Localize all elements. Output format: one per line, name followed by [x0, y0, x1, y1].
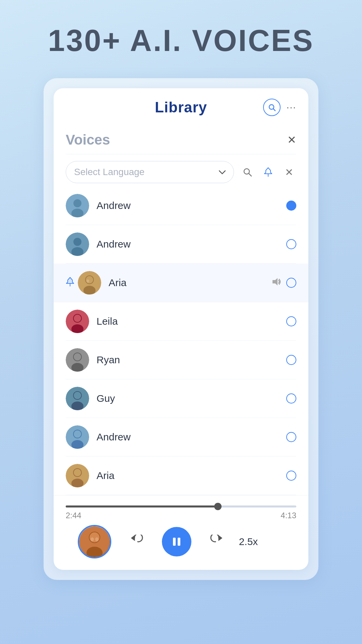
forward-button[interactable] [208, 535, 222, 549]
svg-point-25 [74, 353, 81, 361]
avatar-aria-2 [66, 464, 89, 487]
language-select-dropdown[interactable]: Select Language [66, 161, 234, 183]
svg-point-33 [74, 430, 81, 438]
pin-indicator-icon [66, 277, 74, 289]
voice-item-8[interactable]: Aria [66, 457, 296, 495]
radio-selected-1 [286, 201, 296, 211]
svg-point-43 [95, 537, 99, 541]
library-title: Library [155, 99, 207, 116]
svg-line-1 [273, 109, 275, 111]
library-header: Library ··· [54, 88, 308, 125]
avatar-ryan [66, 348, 89, 372]
close-voices-button[interactable]: ✕ [287, 133, 296, 146]
svg-point-37 [74, 469, 81, 476]
svg-rect-45 [173, 538, 176, 546]
voice-item-1[interactable]: Andrew [66, 186, 296, 225]
speed-label[interactable]: 2.5x [239, 536, 258, 547]
radio-empty-5 [286, 355, 296, 365]
rewind-button[interactable] [131, 535, 145, 549]
voice-list: Andrew Andrew [66, 186, 296, 495]
voice-name-7: Andrew [97, 431, 286, 443]
svg-marker-17 [273, 278, 278, 285]
filter-close-button[interactable]: ✕ [282, 165, 296, 179]
radio-empty-4 [286, 316, 296, 326]
svg-marker-47 [219, 536, 222, 540]
svg-point-15 [86, 276, 93, 283]
progress-thumb [214, 503, 222, 510]
voice-name-4: Leila [97, 316, 286, 327]
card-inner: Library ··· Voices ✕ Select Lang [54, 88, 308, 570]
radio-empty-3 [286, 278, 296, 288]
more-button[interactable]: ··· [287, 102, 296, 113]
voice-name-8: Aria [97, 470, 286, 481]
radio-empty-7 [286, 432, 296, 442]
radio-empty-2 [286, 239, 296, 249]
voice-name-6: Guy [97, 393, 286, 404]
avatar-andrew-1 [66, 194, 89, 217]
search-button[interactable] [263, 99, 281, 116]
svg-marker-44 [132, 536, 134, 540]
svg-rect-46 [178, 538, 180, 546]
language-select-text: Select Language [74, 167, 144, 177]
filter-pin-button[interactable] [261, 165, 276, 179]
radio-empty-8 [286, 471, 296, 481]
headline: 130+ A.I. VOICES [48, 23, 314, 58]
svg-point-9 [73, 238, 81, 246]
voice-item-5[interactable]: Ryan [66, 341, 296, 379]
filter-search-button[interactable] [240, 165, 255, 179]
svg-line-3 [249, 174, 252, 176]
svg-point-42 [90, 537, 94, 541]
voice-item-3[interactable]: Aria [54, 264, 308, 302]
progress-bar-container[interactable] [66, 505, 296, 507]
svg-point-6 [73, 199, 81, 207]
radio-empty-6 [286, 393, 296, 404]
voice-item-7[interactable]: Andrew [66, 418, 296, 457]
avatar-andrew-2 [66, 232, 89, 256]
avatar-andrew-3 [66, 425, 89, 449]
svg-point-41 [89, 532, 100, 542]
player-avatar [78, 525, 111, 558]
current-time: 2:44 [66, 511, 81, 520]
voice-item-4[interactable]: Leila [66, 302, 296, 341]
avatar-leila [66, 310, 89, 333]
voice-name-1: Andrew [97, 200, 286, 211]
avatar-aria-1 [78, 271, 101, 294]
voice-name-2: Andrew [97, 238, 286, 250]
voice-name-5: Ryan [97, 354, 286, 366]
svg-point-2 [244, 169, 249, 174]
svg-point-16 [86, 279, 89, 283]
progress-bar-fill [66, 505, 218, 507]
svg-point-29 [74, 392, 81, 399]
total-time: 4:13 [281, 511, 296, 520]
voice-name-3: Aria [109, 277, 271, 288]
pause-button[interactable] [162, 527, 191, 556]
speaker-icon [271, 277, 281, 289]
voices-label: Voices [66, 132, 110, 148]
chevron-down-icon [219, 168, 226, 176]
card-outer: Library ··· Voices ✕ Select Lang [44, 78, 318, 580]
progress-section: 2:44 4:13 [54, 495, 308, 570]
svg-point-21 [74, 315, 81, 322]
voice-item-6[interactable]: Guy [66, 379, 296, 418]
voice-item-2[interactable]: Andrew [66, 225, 296, 264]
avatar-guy [66, 387, 89, 410]
